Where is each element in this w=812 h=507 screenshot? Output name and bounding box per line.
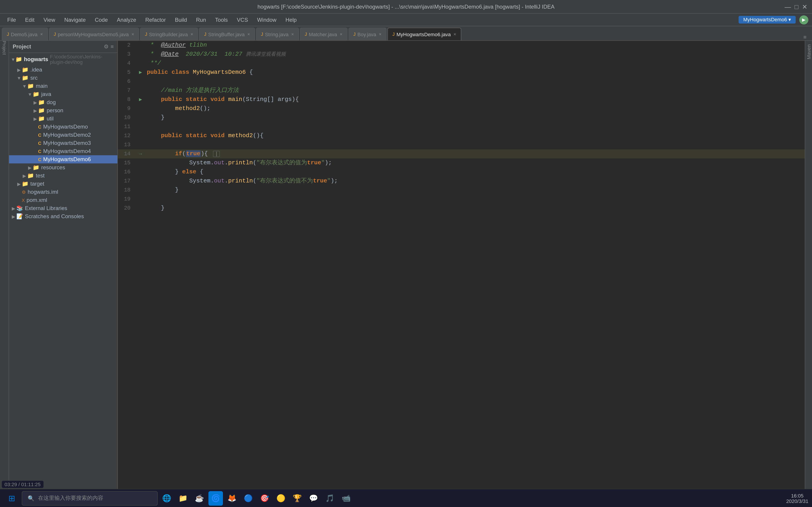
taskbar-time: 16:05 2020/3/31 xyxy=(786,493,808,504)
menu-code[interactable]: Code xyxy=(91,16,111,24)
taskbar-app-3[interactable]: ☕ xyxy=(192,491,207,505)
menu-help[interactable]: Help xyxy=(282,16,300,24)
close-tab-stringbuilder[interactable]: × xyxy=(191,32,193,37)
tree-item-idea[interactable]: ▶ 📁 .idea xyxy=(9,66,117,74)
code-line-14: 14 → if(true){ | xyxy=(118,150,805,159)
title-bar: hogwarts [F:\codeSource\Jenkins-plugin-d… xyxy=(0,0,812,13)
project-icon[interactable]: Project xyxy=(1,44,8,52)
maximize-button[interactable]: □ xyxy=(795,3,798,10)
taskbar-app-5[interactable]: 🦊 xyxy=(225,491,239,505)
tree-item-demo6[interactable]: ▶ C MyHogwartsDemo6 xyxy=(9,155,117,163)
menu-refactor[interactable]: Refactor xyxy=(142,16,169,24)
editor-console-area: 2 * @Author tlibn 3 * @Date 2020/3/31 10… xyxy=(118,41,812,507)
tree-item-hogwarts[interactable]: ▼ 📁 hogwarts F:\codeSource\Jenkins-plugi… xyxy=(9,53,117,66)
menu-view[interactable]: View xyxy=(40,16,59,24)
code-line-7: 7 //main 方法是执行入口方法 xyxy=(118,86,805,95)
tree-item-dog[interactable]: ▶ 📁 dog xyxy=(9,98,117,106)
menu-vcs[interactable]: VCS xyxy=(233,16,251,24)
taskbar-app-12[interactable]: 📹 xyxy=(339,491,353,505)
close-tab-stringbuffer[interactable]: × xyxy=(247,32,250,37)
tree-item-java[interactable]: ▼ 📁 java xyxy=(9,90,117,98)
run-config-selector[interactable]: MyHogwartsDemo6 ▾ xyxy=(739,16,796,23)
run-icon: ▶ xyxy=(802,17,806,22)
menu-bar: File Edit View Navigate Code Analyze Ref… xyxy=(0,13,812,26)
start-button[interactable]: ⊞ xyxy=(4,490,20,506)
right-panel: Maven xyxy=(805,41,812,507)
code-line-10: 10 } xyxy=(118,113,805,122)
sidebar-header: Project ⚙ ≡ xyxy=(9,41,117,53)
tree-item-demo4[interactable]: ▶ C MyHogwartsDemo4 xyxy=(9,147,117,155)
tree-item-test[interactable]: ▶ 📁 test xyxy=(9,172,117,180)
tab-demo5[interactable]: J Demo5.java × xyxy=(2,27,48,40)
window-controls[interactable]: — □ ✕ xyxy=(784,3,807,10)
tab-person-demo5[interactable]: J person\MyHogwartsDemo5.java × xyxy=(49,27,139,40)
tab-overflow[interactable]: ≡ xyxy=(800,34,810,40)
taskbar-app-2[interactable]: 📁 xyxy=(176,491,190,505)
tree-item-util[interactable]: ▶ 📁 util xyxy=(9,115,117,123)
tree-item-demo3[interactable]: ▶ C MyHogwartsDemo3 xyxy=(9,139,117,147)
menu-navigate[interactable]: Navigate xyxy=(61,16,90,24)
code-line-4: 4 **/ xyxy=(118,59,805,68)
taskbar-app-6[interactable]: 🔵 xyxy=(241,491,256,505)
tab-boy[interactable]: J Boy.java × xyxy=(348,27,387,40)
scratches-label: Scratches and Consoles xyxy=(25,213,84,220)
run-button[interactable]: ▶ xyxy=(799,15,808,24)
code-line-20: 20 } xyxy=(118,204,805,213)
menu-build[interactable]: Build xyxy=(171,16,191,24)
minimize-button[interactable]: — xyxy=(784,3,791,10)
tree-item-target[interactable]: ▶ 📁 target xyxy=(9,180,117,188)
close-tab-string[interactable]: × xyxy=(291,32,294,37)
tab-string[interactable]: J String.java × xyxy=(256,27,299,40)
taskbar-app-9[interactable]: 🏆 xyxy=(290,491,305,505)
menu-file[interactable]: File xyxy=(4,16,20,24)
cursor-indicator: | xyxy=(213,151,220,157)
code-line-12: 12 public static void method2(){ xyxy=(118,131,805,140)
window-title: hogwarts [F:\codeSource\Jenkins-plugin-d… xyxy=(257,3,554,10)
menu-run[interactable]: Run xyxy=(192,16,210,24)
run-gutter-5[interactable]: ▶ xyxy=(136,68,145,77)
code-editor[interactable]: 2 * @Author tlibn 3 * @Date 2020/3/31 10… xyxy=(118,41,805,507)
clock-date: 2020/3/31 xyxy=(786,498,808,504)
tree-item-scratches[interactable]: ▶ 📝 Scratches and Consoles xyxy=(9,212,117,220)
close-tab-active[interactable]: × xyxy=(454,32,456,37)
tree-item-demo1[interactable]: ▶ C MyHogwartsDemo xyxy=(9,123,117,131)
sidebar-gear-icon[interactable]: ⚙ xyxy=(104,44,109,50)
menu-edit[interactable]: Edit xyxy=(21,16,38,24)
sidebar-collapse-icon[interactable]: ≡ xyxy=(111,44,114,50)
tree-item-resources[interactable]: ▶ 📁 resources xyxy=(9,163,117,172)
close-tab-demo5[interactable]: × xyxy=(40,32,43,37)
taskbar-app-4[interactable]: 🌀 xyxy=(208,491,223,505)
tree-item-src[interactable]: ▼ 📁 src xyxy=(9,74,117,82)
tree-item-person[interactable]: ▶ 📁 person xyxy=(9,106,117,115)
maven-label[interactable]: Maven xyxy=(805,41,812,63)
taskbar-app-1[interactable]: 🌐 xyxy=(159,491,174,505)
tree-item-ext-libs[interactable]: ▶ 📚 External Libraries xyxy=(9,204,117,212)
search-placeholder[interactable]: 在这里输入你要搜索的内容 xyxy=(38,494,103,502)
code-line-3: 3 * @Date 2020/3/31 10:27腾讯课堂观看视频 xyxy=(118,50,805,59)
taskbar-app-11[interactable]: 🎵 xyxy=(323,491,337,505)
run-gutter-8[interactable]: ▶ xyxy=(136,95,145,104)
tree-item-iml[interactable]: ▶ ⚙ hogwarts.iml xyxy=(9,188,117,196)
menu-analyze[interactable]: Analyze xyxy=(113,16,140,24)
code-line-13: 13 xyxy=(118,140,805,150)
menu-tools[interactable]: Tools xyxy=(211,16,231,24)
code-line-9: 9 method2(); xyxy=(118,104,805,113)
close-button[interactable]: ✕ xyxy=(802,3,807,10)
tab-myhogwartsdemo6[interactable]: J MyHogwartsDemo6.java × xyxy=(388,27,461,40)
tree-item-main[interactable]: ▼ 📁 main xyxy=(9,82,117,90)
close-tab-matcher[interactable]: × xyxy=(340,32,343,37)
tab-stringbuilder[interactable]: J StringBuilder.java × xyxy=(140,27,198,40)
code-line-8: 8 ▶ public static void main(String[] arg… xyxy=(118,95,805,104)
taskbar-app-8[interactable]: 🟡 xyxy=(274,491,288,505)
menu-window[interactable]: Window xyxy=(254,16,280,24)
taskbar-search[interactable]: 🔍 在这里输入你要搜索的内容 xyxy=(22,491,158,505)
close-tab-boy[interactable]: × xyxy=(379,32,382,37)
taskbar-app-7[interactable]: 🎯 xyxy=(257,491,272,505)
tree-item-demo2[interactable]: ▶ C MyHogwartsDemo2 xyxy=(9,131,117,139)
tree-item-pom[interactable]: ▶ X pom.xml xyxy=(9,196,117,204)
tab-matcher[interactable]: J Matcher.java × xyxy=(300,27,347,40)
tab-stringbuffer[interactable]: J StringBuffer.java × xyxy=(199,27,255,40)
taskbar-app-10[interactable]: 💬 xyxy=(306,491,321,505)
search-icon: 🔍 xyxy=(28,495,35,501)
close-tab-person-demo5[interactable]: × xyxy=(132,32,134,37)
